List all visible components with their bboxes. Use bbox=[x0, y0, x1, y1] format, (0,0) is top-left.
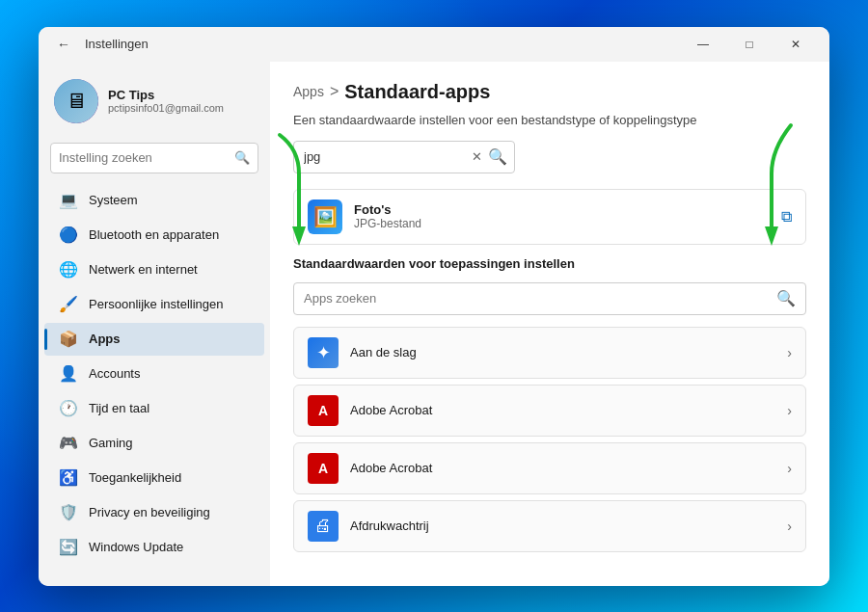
result-link-icon[interactable]: ⧉ bbox=[781, 208, 792, 226]
maximize-button[interactable]: □ bbox=[727, 29, 772, 60]
clear-search-button[interactable]: ✕ bbox=[472, 149, 482, 164]
user-profile[interactable]: PC Tips pctipsinfo01@gmail.com bbox=[39, 71, 270, 139]
apps-search-input[interactable] bbox=[304, 291, 771, 306]
file-search-icon: 🔍 bbox=[488, 147, 507, 166]
settings-window: ← Instellingen — □ ✕ PC Tips pctipsinfo0… bbox=[39, 27, 829, 586]
sidebar-item-persoonlijk[interactable]: 🖌️ Persoonlijke instellingen bbox=[44, 288, 264, 321]
sidebar-item-accounts[interactable]: 👤 Accounts bbox=[44, 358, 264, 390]
window-title: Instellingen bbox=[85, 37, 149, 51]
sidebar-item-label: Windows Update bbox=[89, 540, 183, 554]
breadcrumb-current: Standaard-apps bbox=[344, 81, 490, 103]
sidebar-search-icon: 🔍 bbox=[234, 150, 250, 165]
title-bar-left: ← Instellingen bbox=[50, 31, 681, 58]
sidebar-item-toegankelijkheid[interactable]: ♿ Toegankelijkheid bbox=[44, 462, 264, 494]
update-icon: 🔄 bbox=[60, 539, 77, 556]
print-icon: 🖨 bbox=[308, 511, 339, 542]
sidebar-item-gaming[interactable]: 🎮 Gaming bbox=[44, 427, 264, 460]
section-description: Een standaardwaarde instellen voor een b… bbox=[293, 113, 806, 127]
app-item-adobe2[interactable]: A Adobe Acrobat › bbox=[293, 442, 806, 494]
user-info: PC Tips pctipsinfo01@gmail.com bbox=[108, 88, 224, 114]
main-content: PC Tips pctipsinfo01@gmail.com 🔍 💻 Syste… bbox=[39, 62, 829, 586]
avatar bbox=[54, 79, 98, 123]
close-button[interactable]: ✕ bbox=[773, 29, 818, 60]
photos-icon: 🖼️ bbox=[308, 200, 342, 234]
persoonlijk-icon: 🖌️ bbox=[60, 296, 77, 313]
adobe-icon-2: A bbox=[308, 453, 339, 484]
sidebar-search-box[interactable]: 🔍 bbox=[50, 143, 258, 173]
sidebar-item-systeem[interactable]: 💻 Systeem bbox=[44, 184, 264, 217]
back-button[interactable]: ← bbox=[50, 31, 77, 58]
app-item-adobe1[interactable]: A Adobe Acrobat › bbox=[293, 385, 806, 437]
title-bar: ← Instellingen — □ ✕ bbox=[39, 27, 829, 62]
privacy-icon: 🛡️ bbox=[60, 504, 77, 521]
apps-icon: 📦 bbox=[60, 331, 77, 348]
aandeslag-icon: ✦ bbox=[308, 337, 339, 368]
apps-search-box[interactable]: 🔍 bbox=[293, 282, 806, 315]
sidebar-item-apps[interactable]: 📦 Apps bbox=[44, 323, 264, 356]
app-name: Adobe Acrobat bbox=[350, 403, 775, 417]
sidebar-item-label: Systeem bbox=[89, 193, 138, 207]
app-name: Aan de slag bbox=[350, 345, 775, 359]
bluetooth-icon: 🔵 bbox=[60, 226, 77, 244]
chevron-right-icon: › bbox=[787, 461, 792, 476]
sidebar-item-label: Accounts bbox=[89, 366, 140, 381]
user-name: PC Tips bbox=[108, 88, 224, 102]
sidebar-item-label: Bluetooth en apparaten bbox=[89, 227, 219, 242]
result-name: Foto's bbox=[354, 202, 770, 217]
netwerk-icon: 🌐 bbox=[60, 261, 77, 279]
sidebar-item-label: Netwerk en internet bbox=[89, 262, 198, 277]
chevron-right-icon: › bbox=[787, 345, 792, 360]
sidebar-item-label: Persoonlijke instellingen bbox=[89, 297, 223, 311]
sidebar-search-input[interactable] bbox=[59, 150, 229, 165]
tijd-icon: 🕐 bbox=[60, 400, 77, 417]
result-type: JPG-bestand bbox=[354, 217, 770, 230]
avatar-image bbox=[54, 79, 98, 123]
app-name: Adobe Acrobat bbox=[350, 461, 775, 475]
sidebar-item-bluetooth[interactable]: 🔵 Bluetooth en apparaten bbox=[44, 219, 264, 252]
right-panel: Apps > Standaard-apps Een standaardwaard… bbox=[270, 62, 829, 586]
sidebar-item-netwerk[interactable]: 🌐 Netwerk en internet bbox=[44, 253, 264, 286]
sidebar-item-label: Gaming bbox=[89, 436, 133, 450]
chevron-right-icon: › bbox=[787, 519, 792, 534]
breadcrumb: Apps > Standaard-apps bbox=[293, 81, 806, 103]
search-result-item[interactable]: 🖼️ Foto's JPG-bestand ⧉ bbox=[293, 189, 806, 245]
apps-section-title: Standaardwaarden voor toepassingen inste… bbox=[293, 256, 806, 271]
sidebar-item-label: Toegankelijkheid bbox=[89, 470, 181, 485]
breadcrumb-separator: > bbox=[330, 83, 339, 100]
app-name: Afdrukwachtrij bbox=[350, 519, 775, 533]
file-type-search-box[interactable]: ✕ 🔍 bbox=[293, 141, 515, 173]
toegankelijkheid-icon: ♿ bbox=[60, 469, 77, 487]
file-type-search-input[interactable] bbox=[304, 149, 466, 164]
app-item-afdrukwachtrij[interactable]: 🖨 Afdrukwachtrij › bbox=[293, 500, 806, 552]
sidebar-item-label: Privacy en beveiliging bbox=[89, 505, 210, 519]
sidebar-item-update[interactable]: 🔄 Windows Update bbox=[44, 531, 264, 564]
user-email: pctipsinfo01@gmail.com bbox=[108, 102, 224, 114]
sidebar: PC Tips pctipsinfo01@gmail.com 🔍 💻 Syste… bbox=[39, 62, 270, 586]
sidebar-item-label: Apps bbox=[89, 332, 121, 346]
gaming-icon: 🎮 bbox=[60, 435, 77, 452]
systeem-icon: 💻 bbox=[60, 192, 77, 209]
sidebar-item-privacy[interactable]: 🛡️ Privacy en beveiliging bbox=[44, 496, 264, 529]
sidebar-item-label: Tijd en taal bbox=[89, 401, 149, 415]
adobe-icon-1: A bbox=[308, 395, 339, 426]
app-item-aandeslag[interactable]: ✦ Aan de slag › bbox=[293, 327, 806, 379]
breadcrumb-parent[interactable]: Apps bbox=[293, 84, 324, 99]
apps-search-icon: 🔍 bbox=[776, 289, 796, 307]
result-info: Foto's JPG-bestand bbox=[354, 202, 770, 230]
window-controls: — □ ✕ bbox=[681, 29, 818, 60]
sidebar-item-tijd[interactable]: 🕐 Tijd en taal bbox=[44, 392, 264, 425]
accounts-icon: 👤 bbox=[60, 365, 77, 383]
chevron-right-icon: › bbox=[787, 403, 792, 418]
minimize-button[interactable]: — bbox=[681, 29, 725, 60]
